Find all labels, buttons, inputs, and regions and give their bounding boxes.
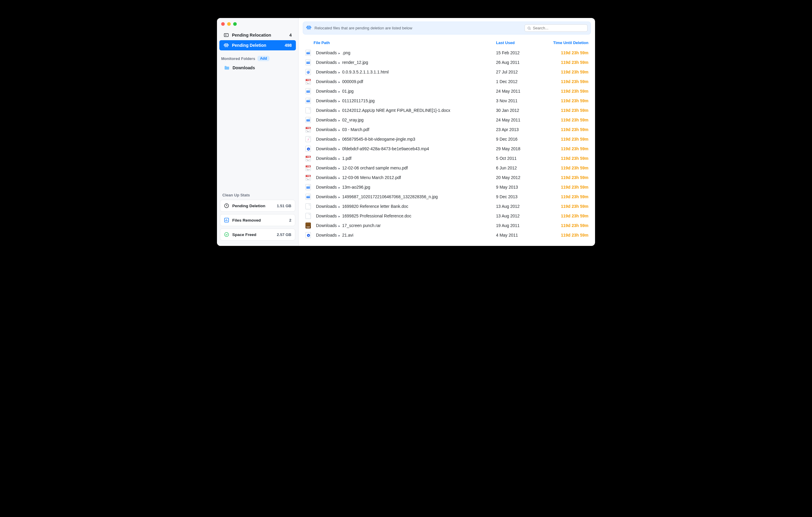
close-icon[interactable] <box>221 22 225 26</box>
stat-label: Space Freed <box>232 233 256 237</box>
last-used: 20 May 2012 <box>496 175 541 180</box>
file-path: Downloads▸1699825 Professional Reference… <box>316 214 494 218</box>
search-icon <box>527 26 531 30</box>
fullscreen-icon[interactable] <box>233 22 237 26</box>
table-row[interactable]: Downloads▸1699825 Professional Reference… <box>303 211 591 221</box>
file-path: Downloads▸12-03-06 Menu March 2012.pdf <box>316 175 494 180</box>
file-name: 0.0.9.3.5.2.1.1.3.1.1.html <box>342 69 388 74</box>
file-type-icon <box>305 88 311 94</box>
file-path: Downloads▸0fdebdcf-a992-428a-8473-be1e9a… <box>316 146 494 151</box>
sidebar-item-pending-relocation[interactable]: Pending Relocation 4 <box>219 30 296 40</box>
path-separator-icon: ▸ <box>339 224 340 228</box>
stats-heading: Clean Up Stats <box>217 193 298 200</box>
table-row[interactable]: Downloads▸0fdebdcf-a992-428a-8473-be1e9a… <box>303 144 591 154</box>
file-dir: Downloads <box>316 60 337 65</box>
path-separator-icon: ▸ <box>339 214 340 218</box>
last-used: 5 Oct 2011 <box>496 156 541 161</box>
table-row[interactable]: Downloads▸02_vray.jpg24 May 2011119d 23h… <box>303 115 591 125</box>
header-time-until[interactable]: Time Until Deletion <box>544 40 588 45</box>
file-dir: Downloads <box>316 214 337 218</box>
path-separator-icon: ▸ <box>339 80 340 84</box>
file-name: 1699820 Reference letter Bank.doc <box>342 204 408 209</box>
table-row[interactable]: Downloads▸0.0.9.3.5.2.1.1.3.1.1.html27 J… <box>303 67 591 77</box>
table-row[interactable]: Downloads▸render_12.jpg26 Aug 2011119d 2… <box>303 58 591 67</box>
file-name: 02_vray.jpg <box>342 118 364 122</box>
path-separator-icon: ▸ <box>339 186 340 189</box>
path-separator-icon: ▸ <box>339 109 340 113</box>
file-name: .png <box>342 50 350 55</box>
last-used: 23 Apr 2013 <box>496 127 541 132</box>
table-row[interactable]: Downloads▸000009.pdf1 Dec 2012119d 23h 5… <box>303 77 591 86</box>
table-row[interactable]: Downloads▸12-02-06 orchard sample menu.p… <box>303 163 591 173</box>
shredder-icon <box>224 42 229 48</box>
table-row[interactable]: Downloads▸13m-ao296.jpg9 May 2013119d 23… <box>303 182 591 192</box>
minimize-icon[interactable] <box>227 22 231 26</box>
path-separator-icon: ▸ <box>339 195 340 199</box>
time-until-deletion: 119d 23h 59m <box>544 127 588 132</box>
table-row[interactable]: Downloads▸1499687_10201722106467068_1322… <box>303 192 591 202</box>
file-name: 21.avi <box>342 233 353 238</box>
file-type-icon <box>305 136 311 142</box>
add-folder-button[interactable]: Add <box>258 56 269 61</box>
sidebar-item-count: 498 <box>285 43 292 48</box>
time-until-deletion: 119d 23h 59m <box>544 108 588 113</box>
header-last-used[interactable]: Last Used <box>496 40 541 45</box>
last-used: 9 Dec 2013 <box>496 194 541 199</box>
monitored-folder-item[interactable]: Downloads <box>217 64 298 72</box>
header-file-path[interactable]: File Path <box>305 40 494 45</box>
stat-value: 2 <box>289 218 291 222</box>
file-name: 000009.pdf <box>342 79 363 84</box>
time-until-deletion: 119d 23h 59m <box>544 233 588 238</box>
svg-point-4 <box>225 233 229 237</box>
file-path: Downloads▸01.jpg <box>316 89 494 94</box>
file-path: Downloads▸17_screen punch.rar <box>316 223 494 228</box>
file-path: Downloads▸render_12.jpg <box>316 60 494 65</box>
table-row[interactable]: Downloads▸01.jpg24 May 2011119d 23h 59m <box>303 86 591 96</box>
sidebar: Pending Relocation 4 Pending Deletion 49… <box>217 18 298 246</box>
search-field[interactable] <box>525 24 587 32</box>
last-used: 24 May 2011 <box>496 89 541 94</box>
folder-icon <box>224 66 230 70</box>
time-until-deletion: 119d 23h 59m <box>544 137 588 142</box>
path-separator-icon: ▸ <box>339 176 340 180</box>
table-row[interactable]: Downloads▸12-03-06 Menu March 2012.pdf20… <box>303 173 591 182</box>
path-separator-icon: ▸ <box>339 166 340 170</box>
table-row[interactable]: Downloads▸03 - March.pdf23 Apr 2013119d … <box>303 125 591 134</box>
file-type-icon <box>305 175 311 181</box>
path-separator-icon: ▸ <box>339 118 340 122</box>
last-used: 27 Jul 2012 <box>496 69 541 74</box>
stat-label: Pending Deletion <box>232 204 265 208</box>
table-row[interactable]: Downloads▸01112011715.jpg3 Nov 2011119d … <box>303 96 591 105</box>
file-dir: Downloads <box>316 233 337 238</box>
table-row[interactable]: Downloads▸1.pdf5 Oct 2011119d 23h 59m <box>303 154 591 163</box>
file-name: 12-03-06 Menu March 2012.pdf <box>342 175 401 180</box>
file-type-icon <box>305 155 311 161</box>
file-name: 13m-ao296.jpg <box>342 185 370 189</box>
table-row[interactable]: Downloads▸.png15 Feb 2012119d 23h 59m <box>303 48 591 58</box>
path-separator-icon: ▸ <box>339 90 340 94</box>
sidebar-item-pending-deletion[interactable]: Pending Deletion 498 <box>219 40 296 50</box>
last-used: 29 May 2018 <box>496 146 541 151</box>
path-separator-icon: ▸ <box>339 51 340 55</box>
time-until-deletion: 119d 23h 59m <box>544 194 588 199</box>
file-path: Downloads▸000009.pdf <box>316 79 494 84</box>
file-path: Downloads▸03 - March.pdf <box>316 127 494 132</box>
file-path: Downloads▸01112011715.jpg <box>316 98 494 103</box>
table-row[interactable]: Downloads▸065879545-8-bit-videogame-jing… <box>303 134 591 144</box>
file-type-icon <box>305 69 311 75</box>
search-input[interactable] <box>533 26 585 30</box>
file-dir: Downloads <box>316 185 337 189</box>
table-row[interactable]: Downloads▸17_screen punch.rar19 Aug 2011… <box>303 221 591 230</box>
time-until-deletion: 119d 23h 59m <box>544 204 588 209</box>
path-separator-icon: ▸ <box>339 147 340 151</box>
file-type-icon <box>305 213 311 219</box>
file-name: 17_screen punch.rar <box>342 223 380 228</box>
last-used: 13 Aug 2012 <box>496 214 541 218</box>
last-used: 6 Jun 2012 <box>496 165 541 170</box>
table-row[interactable]: Downloads▸1699820 Reference letter Bank.… <box>303 202 591 211</box>
file-table[interactable]: File Path Last Used Time Until Deletion … <box>298 36 595 246</box>
table-row[interactable]: Downloads▸01242012.AppUp NRE Agmt FIPLAB… <box>303 105 591 115</box>
file-path: Downloads▸01242012.AppUp NRE Agmt FIPLAB… <box>316 108 494 113</box>
table-row[interactable]: Downloads▸21.avi4 May 2011119d 23h 59m <box>303 230 591 240</box>
file-dir: Downloads <box>316 89 337 94</box>
